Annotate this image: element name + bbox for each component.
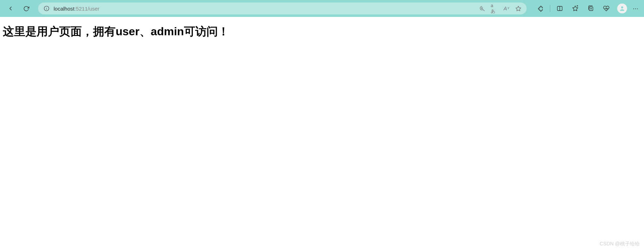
search-icon[interactable] [479,5,486,12]
url-path: /user [88,6,99,12]
page-heading: 这里是用户页面，拥有user、admin可访问！ [3,24,641,39]
back-button[interactable] [4,2,17,15]
url-host: localhost [54,6,74,12]
translate-icon[interactable]: aあ [491,5,498,12]
address-bar[interactable]: localhost:5211/user aあ Aᵞ [38,2,527,14]
svg-point-13 [621,6,623,8]
toolbar-right: ⋯ [534,2,640,15]
watermark: CSDN @桃子给给 [600,241,640,247]
split-screen-icon[interactable] [553,2,566,15]
refresh-button[interactable] [20,2,32,15]
read-aloud-icon[interactable]: Aᵞ [503,5,510,12]
extensions-icon[interactable] [534,2,547,15]
browser-toolbar: localhost:5211/user aあ Aᵞ [0,0,644,17]
favorites-icon[interactable] [569,2,582,15]
url-text: localhost:5211/user [54,6,475,12]
profile-avatar-icon[interactable] [617,4,627,13]
favorite-star-icon[interactable] [515,5,522,12]
address-bar-actions: aあ Aᵞ [479,5,522,12]
svg-point-3 [481,7,483,9]
performance-icon[interactable] [600,2,613,15]
svg-marker-7 [573,6,578,11]
page-content: 这里是用户页面，拥有user、admin可访问！ [0,17,644,47]
more-menu-icon[interactable]: ⋯ [631,5,640,12]
collections-icon[interactable] [584,2,597,15]
svg-marker-4 [516,6,521,11]
site-info-icon[interactable] [43,5,50,12]
url-port: :5211 [74,6,88,12]
toolbar-divider [550,5,550,12]
